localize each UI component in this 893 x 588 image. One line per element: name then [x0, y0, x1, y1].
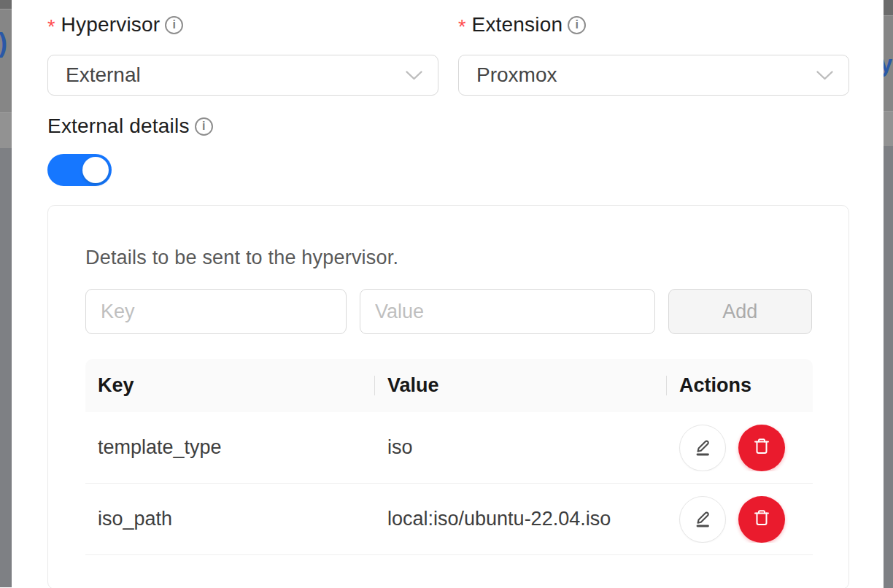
cell-value: iso: [375, 436, 667, 459]
cell-key: template_type: [85, 436, 375, 459]
backdrop-segment: ): [0, 9, 12, 112]
trash-icon: [751, 436, 773, 460]
edit-button[interactable]: [679, 496, 726, 543]
header-cell-key: Key: [85, 359, 375, 412]
header-actions-label: Actions: [679, 374, 751, 397]
required-mark: *: [458, 18, 466, 37]
header-value-label: Value: [387, 374, 439, 397]
delete-button[interactable]: [738, 425, 785, 471]
header-cell-value: Value: [375, 359, 667, 412]
backdrop-segment: [0, 112, 12, 148]
cell-value: local:iso/ubuntu-22.04.iso: [375, 508, 667, 530]
details-panel: Details to be sent to the hypervisor. Ad…: [47, 205, 849, 588]
table-row: template_type iso: [85, 412, 813, 484]
value-input[interactable]: [360, 289, 655, 334]
extension-select[interactable]: Proxmox: [458, 55, 849, 96]
chevron-down-icon: [405, 70, 423, 81]
cell-key: iso_path: [85, 508, 375, 530]
external-details-label-row: External details i: [47, 114, 849, 139]
cell-actions: [667, 425, 813, 471]
edit-button[interactable]: [679, 425, 726, 471]
key-input[interactable]: [85, 289, 347, 334]
extension-label: Extension: [472, 13, 563, 36]
backdrop-text-fragment: ys: [884, 51, 893, 77]
external-details-label: External details: [47, 115, 190, 138]
pencil-icon: [691, 506, 714, 532]
header-key-label: Key: [98, 374, 134, 397]
extension-field: * Extension i Proxmox: [458, 12, 849, 96]
cell-actions: [667, 496, 813, 543]
trash-icon: [751, 507, 773, 531]
backdrop-segment: [0, 0, 12, 9]
table-row: iso_path local:iso/ubuntu-22.04.iso: [85, 484, 813, 555]
pencil-icon: [691, 435, 714, 460]
add-button[interactable]: Add: [668, 289, 812, 334]
hypervisor-select[interactable]: External: [47, 55, 438, 96]
backdrop-text-fragment: ): [0, 30, 7, 56]
table-header: Key Value Actions: [85, 359, 813, 412]
backdrop-segment: [0, 148, 12, 587]
required-mark: *: [47, 18, 55, 37]
backdrop-right-strip: ys: [884, 0, 893, 588]
details-table: Key Value Actions template_type iso: [85, 359, 813, 555]
info-icon[interactable]: i: [568, 16, 586, 34]
hypervisor-label: Hypervisor: [61, 13, 161, 36]
delete-button[interactable]: [738, 496, 785, 543]
backdrop-segment: [884, 0, 893, 16]
extension-select-value: Proxmox: [476, 63, 557, 87]
modal-form: * Hypervisor i External * Extension i Pr…: [47, 0, 849, 588]
add-detail-row: Add: [85, 289, 812, 334]
backdrop-segment: [884, 111, 893, 146]
header-cell-actions: Actions: [667, 359, 813, 412]
chevron-down-icon: [816, 70, 834, 81]
info-icon[interactable]: i: [165, 16, 183, 34]
toggle-knob: [82, 157, 109, 183]
fields-row: * Hypervisor i External * Extension i Pr…: [47, 0, 849, 96]
panel-hint: Details to be sent to the hypervisor.: [85, 247, 812, 269]
info-icon[interactable]: i: [195, 117, 213, 136]
backdrop-segment: [884, 146, 893, 588]
hypervisor-field: * Hypervisor i External: [47, 12, 438, 96]
extension-label-row: * Extension i: [458, 12, 849, 37]
hypervisor-select-value: External: [66, 63, 141, 87]
backdrop-segment: ys: [884, 16, 893, 111]
external-details-toggle[interactable]: [47, 154, 112, 186]
backdrop-left-strip: ): [0, 0, 12, 588]
hypervisor-label-row: * Hypervisor i: [47, 12, 438, 37]
